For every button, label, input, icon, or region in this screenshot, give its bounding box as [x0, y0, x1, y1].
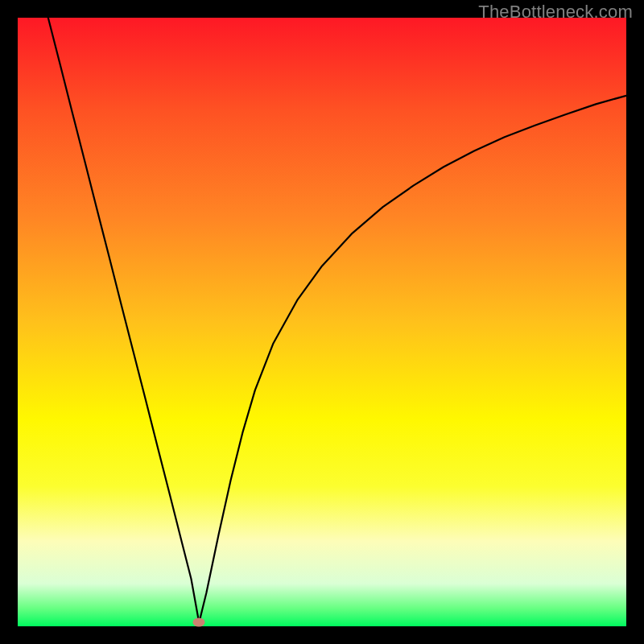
- watermark-label: TheBottleneck.com: [478, 2, 633, 23]
- chart-frame: TheBottleneck.com: [0, 0, 644, 644]
- optimal-point-marker: [193, 618, 205, 627]
- bottleneck-curve: [18, 18, 626, 626]
